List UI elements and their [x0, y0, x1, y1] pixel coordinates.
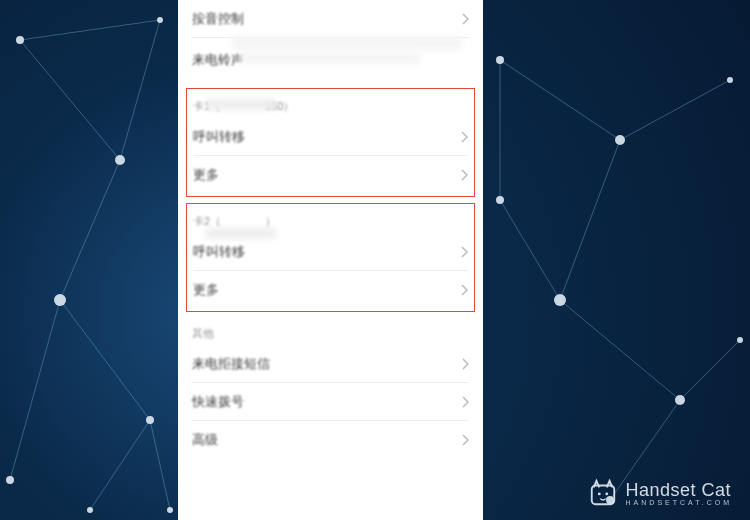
chevron-right-icon: [461, 396, 469, 408]
other-section: 其他 来电拒接短信 快速拨号 高级: [178, 312, 483, 459]
blur-mask: [240, 52, 420, 64]
row-call-reject-sms[interactable]: 来电拒接短信: [192, 345, 469, 383]
svg-line-13: [500, 200, 560, 300]
blur-mask: [206, 99, 276, 110]
chevron-right-icon: [461, 434, 469, 446]
svg-line-8: [500, 60, 620, 140]
svg-point-19: [146, 416, 154, 424]
svg-line-7: [150, 420, 170, 510]
label-speed-dial: 快速拨号: [192, 393, 244, 411]
svg-line-15: [680, 340, 740, 400]
label-sim1-call-forward: 呼叫转移: [193, 128, 245, 146]
svg-point-34: [605, 493, 608, 496]
blur-mask: [206, 228, 276, 239]
row-speed-dial[interactable]: 快速拨号: [192, 383, 469, 421]
row-sim2-more[interactable]: 更多: [193, 271, 468, 309]
svg-line-1: [60, 160, 120, 300]
svg-point-24: [496, 56, 504, 64]
row-sim1-call-forward[interactable]: 呼叫转移: [193, 118, 468, 156]
row-voice-control[interactable]: 按音控制: [192, 0, 469, 38]
cat-icon: [588, 478, 618, 508]
svg-point-22: [87, 507, 93, 513]
label-sim2-call-forward: 呼叫转移: [193, 243, 245, 261]
svg-line-10: [560, 300, 680, 400]
watermark-title: Handset Cat: [626, 481, 732, 499]
svg-line-12: [620, 80, 730, 140]
svg-line-9: [560, 140, 620, 300]
chevron-right-icon: [461, 358, 469, 370]
svg-point-16: [16, 36, 24, 44]
svg-line-4: [120, 20, 160, 160]
svg-point-29: [727, 77, 733, 83]
watermark: Handset Cat HANDSETCAT.COM: [588, 478, 732, 508]
svg-point-18: [54, 294, 66, 306]
chevron-right-icon: [461, 13, 469, 25]
label-voice-control: 按音控制: [192, 10, 244, 28]
row-advanced[interactable]: 高级: [192, 421, 469, 459]
svg-line-0: [20, 40, 120, 160]
label-sim1-more: 更多: [193, 166, 219, 184]
row-sim1-more[interactable]: 更多: [193, 156, 468, 194]
svg-point-33: [597, 493, 600, 496]
sim2-section: 卡2（ ） 呼叫转移 更多: [186, 203, 475, 312]
svg-point-21: [6, 476, 14, 484]
label-call-reject-sms: 来电拒接短信: [192, 355, 270, 373]
chevron-right-icon: [460, 284, 468, 296]
svg-point-30: [496, 196, 504, 204]
label-advanced: 高级: [192, 431, 218, 449]
chevron-right-icon: [460, 246, 468, 258]
watermark-subtitle: HANDSETCAT.COM: [626, 499, 732, 506]
svg-rect-32: [591, 486, 614, 505]
svg-point-23: [167, 507, 173, 513]
label-sim2-more: 更多: [193, 281, 219, 299]
blur-mask: [232, 36, 462, 50]
svg-point-17: [115, 155, 125, 165]
svg-point-25: [615, 135, 625, 145]
other-header: 其他: [192, 316, 469, 345]
chevron-right-icon: [460, 131, 468, 143]
svg-line-2: [60, 300, 150, 420]
svg-line-6: [90, 420, 150, 510]
svg-point-27: [675, 395, 685, 405]
svg-line-5: [10, 300, 60, 480]
svg-line-3: [20, 20, 160, 40]
label-incoming-ringtone: 来电铃声: [192, 51, 244, 69]
svg-point-26: [554, 294, 566, 306]
svg-point-31: [737, 337, 743, 343]
chevron-right-icon: [460, 169, 468, 181]
settings-panel: 按音控制 来电铃声 卡1（ 950） 呼叫转移 更多 卡2（ ） 呼叫转移 更多: [178, 0, 483, 520]
svg-point-20: [157, 17, 163, 23]
